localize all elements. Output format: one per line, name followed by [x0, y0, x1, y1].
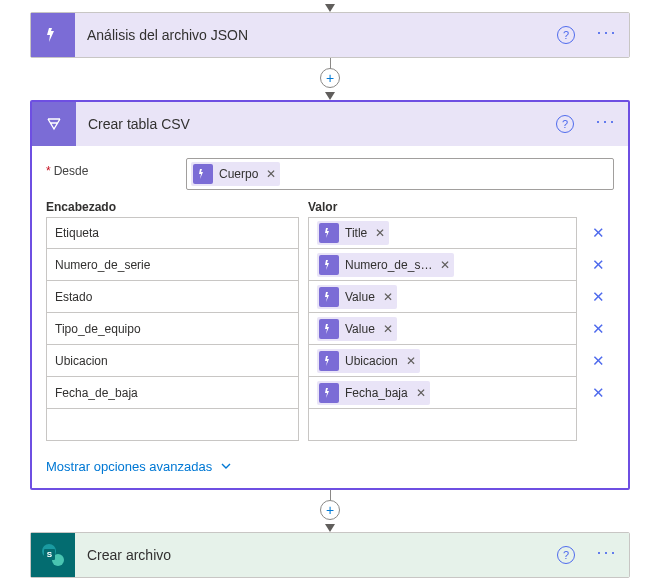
- data-ops-icon: [31, 13, 75, 57]
- help-button[interactable]: ?: [557, 546, 575, 564]
- value-input[interactable]: Title✕: [308, 217, 577, 249]
- token-label: Fecha_baja: [345, 386, 408, 400]
- help-button[interactable]: ?: [557, 26, 575, 44]
- row-delete-button[interactable]: ✕: [586, 217, 610, 249]
- token-label: Value: [345, 322, 375, 336]
- connector-arrow-icon: [325, 92, 335, 100]
- token-icon: [319, 351, 339, 371]
- token-label: Ubicacion: [345, 354, 398, 368]
- token-remove-icon[interactable]: ✕: [383, 290, 393, 304]
- row-delete-placeholder: [586, 409, 610, 441]
- sharepoint-icon: S: [31, 533, 75, 577]
- row-delete-button[interactable]: ✕: [586, 249, 610, 281]
- add-action-button[interactable]: +: [320, 68, 340, 88]
- from-label: *Desde: [46, 158, 186, 178]
- column-header-valor: Valor: [308, 200, 614, 214]
- header-input-empty[interactable]: [46, 409, 299, 441]
- action-title: Crear tabla CSV: [88, 116, 544, 132]
- row-delete-button[interactable]: ✕: [586, 377, 610, 409]
- column-header-encabezado: Encabezado: [46, 200, 308, 214]
- value-input[interactable]: Numero_de_s…✕: [308, 249, 577, 281]
- action-header[interactable]: Crear tabla CSV ? ···: [32, 102, 628, 146]
- token-remove-icon[interactable]: ✕: [440, 258, 450, 272]
- value-input[interactable]: Value✕: [308, 281, 577, 313]
- action-menu-button[interactable]: ···: [593, 541, 621, 569]
- token[interactable]: Value✕: [317, 285, 397, 309]
- token-label: Value: [345, 290, 375, 304]
- data-ops-icon: [32, 102, 76, 146]
- action-menu-button[interactable]: ···: [592, 110, 620, 138]
- token-icon: [319, 223, 339, 243]
- show-advanced-options-link[interactable]: Mostrar opciones avanzadas: [46, 459, 614, 474]
- header-input[interactable]: Fecha_de_baja: [46, 377, 299, 409]
- token-remove-icon[interactable]: ✕: [406, 354, 416, 368]
- token-remove-icon[interactable]: ✕: [375, 226, 385, 240]
- connector-arrow-icon: [325, 4, 335, 12]
- token[interactable]: Ubicacion✕: [317, 349, 420, 373]
- row-delete-button[interactable]: ✕: [586, 313, 610, 345]
- token-icon: [319, 383, 339, 403]
- token-label: Title: [345, 226, 367, 240]
- token-icon: [319, 287, 339, 307]
- value-input-empty[interactable]: [308, 409, 577, 441]
- token-cuerpo[interactable]: Cuerpo ✕: [191, 162, 280, 186]
- token-remove-icon[interactable]: ✕: [416, 386, 426, 400]
- token-remove-icon[interactable]: ✕: [266, 167, 276, 181]
- action-menu-button[interactable]: ···: [593, 21, 621, 49]
- action-title: Análisis del archivo JSON: [87, 27, 545, 43]
- token[interactable]: Title✕: [317, 221, 389, 245]
- token-remove-icon[interactable]: ✕: [383, 322, 393, 336]
- action-card-create-csv: Crear tabla CSV ? ··· *Desde Cuerpo ✕: [30, 100, 630, 490]
- token[interactable]: Numero_de_s…✕: [317, 253, 454, 277]
- token-icon: [319, 319, 339, 339]
- chevron-down-icon: [220, 460, 232, 472]
- row-delete-button[interactable]: ✕: [586, 281, 610, 313]
- action-card-parse-json[interactable]: Análisis del archivo JSON ? ···: [30, 12, 630, 58]
- token-icon: [193, 164, 213, 184]
- value-input[interactable]: Value✕: [308, 313, 577, 345]
- token-label: Cuerpo: [219, 167, 258, 181]
- token[interactable]: Value✕: [317, 317, 397, 341]
- token-label: Numero_de_s…: [345, 258, 432, 272]
- connector-arrow-icon: [325, 524, 335, 532]
- token-icon: [319, 255, 339, 275]
- header-input[interactable]: Ubicacion: [46, 345, 299, 377]
- token[interactable]: Fecha_baja✕: [317, 381, 430, 405]
- add-action-button[interactable]: +: [320, 500, 340, 520]
- action-card-create-file[interactable]: S Crear archivo ? ···: [30, 532, 630, 578]
- header-input[interactable]: Numero_de_serie: [46, 249, 299, 281]
- value-input[interactable]: Ubicacion✕: [308, 345, 577, 377]
- header-input[interactable]: Etiqueta: [46, 217, 299, 249]
- row-delete-button[interactable]: ✕: [586, 345, 610, 377]
- value-input[interactable]: Fecha_baja✕: [308, 377, 577, 409]
- header-input[interactable]: Tipo_de_equipo: [46, 313, 299, 345]
- header-input[interactable]: Estado: [46, 281, 299, 313]
- help-button[interactable]: ?: [556, 115, 574, 133]
- from-input[interactable]: Cuerpo ✕: [186, 158, 614, 190]
- action-title: Crear archivo: [87, 547, 545, 563]
